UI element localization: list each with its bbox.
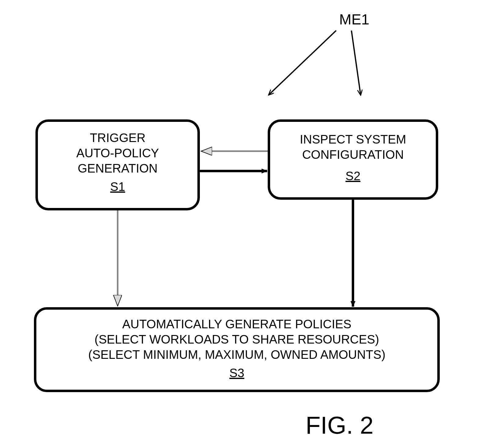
box2-id: S2 <box>346 169 361 183</box>
box3-id: S3 <box>229 366 244 380</box>
box3-line1: AUTOMATICALLY GENERATE POLICIES <box>122 317 351 331</box>
figure-label: FIG. 2 <box>306 412 373 439</box>
diagram-canvas: ME1 TRIGGER AUTO-POLICY GENERATION S1 IN… <box>0 0 492 448</box>
arrow-me1-right <box>351 31 361 95</box>
box1-line1: TRIGGER <box>90 131 145 144</box>
box3-line2: (SELECT WORKLOADS TO SHARE RESOURCES) <box>94 333 379 346</box>
box1-line3: GENERATION <box>78 162 158 175</box>
label-me1: ME1 <box>339 11 369 27</box>
box1-line2: AUTO-POLICY <box>76 146 159 160</box>
box2-line1: INSPECT SYSTEM <box>300 133 406 146</box>
box1-id: S1 <box>110 180 125 193</box>
box2-line2: CONFIGURATION <box>302 148 404 161</box>
arrow-me1-left <box>269 31 336 95</box>
box3-line3: (SELECT MINIMUM, MAXIMUM, OWNED AMOUNTS) <box>88 348 386 361</box>
